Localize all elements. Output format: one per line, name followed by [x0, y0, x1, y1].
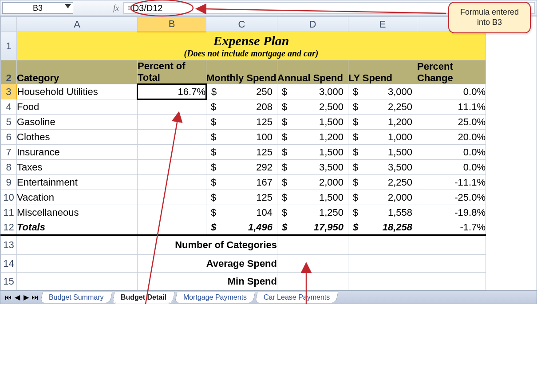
label-num-categories[interactable]: Number of Categories [138, 235, 277, 255]
cell-A6[interactable]: Clothes [17, 130, 138, 145]
cell-C4[interactable]: $208 [206, 99, 277, 115]
row-6[interactable]: 6 [1, 130, 17, 145]
cell-A7[interactable]: Insurance [17, 145, 138, 160]
cell-F14[interactable] [417, 255, 486, 273]
cell-F3[interactable]: 0.0% [417, 84, 486, 99]
cell-D11[interactable]: $1,250 [277, 205, 348, 220]
col-A[interactable]: A [17, 17, 138, 32]
row-2[interactable]: 2 [1, 60, 17, 84]
cell-F11[interactable]: -19.8% [417, 205, 486, 220]
cell-D4[interactable]: $2,500 [277, 99, 348, 115]
cell-B5[interactable] [138, 115, 206, 130]
cell-B6[interactable] [138, 130, 206, 145]
label-min-spend[interactable]: Min Spend [138, 273, 277, 290]
cell-E8[interactable]: $3,500 [348, 160, 417, 175]
cell-E9[interactable]: $2,250 [348, 175, 417, 190]
hdr-percent[interactable]: Percent of Total [138, 60, 206, 84]
cell-E3[interactable]: $3,000 [348, 84, 417, 99]
cell-D6[interactable]: $1,200 [277, 130, 348, 145]
row-10[interactable]: 10 [1, 190, 17, 205]
cell-A14[interactable] [17, 255, 138, 273]
row-14[interactable]: 14 [1, 255, 17, 273]
cell-E5[interactable]: $1,200 [348, 115, 417, 130]
cell-A10[interactable]: Vacation [17, 190, 138, 205]
cell-B12[interactable] [138, 220, 206, 235]
row-4[interactable]: 4 [1, 99, 17, 115]
cell-F15[interactable] [417, 273, 486, 290]
tab-mortgage-payments[interactable]: Mortgage Payments [174, 292, 256, 303]
cell-C8[interactable]: $292 [206, 160, 277, 175]
row-5[interactable]: 5 [1, 115, 17, 130]
cell-B8[interactable] [138, 160, 206, 175]
row-1[interactable]: 1 [1, 32, 17, 60]
cell-B7[interactable] [138, 145, 206, 160]
cell-E6[interactable]: $1,000 [348, 130, 417, 145]
cell-E4[interactable]: $2,250 [348, 99, 417, 115]
cell-C6[interactable]: $100 [206, 130, 277, 145]
col-D[interactable]: D [277, 17, 348, 32]
next-sheet-icon[interactable]: ▶ [23, 294, 30, 301]
tab-budget-summary[interactable]: Budget Summary [40, 292, 112, 303]
chevron-down-icon[interactable] [65, 4, 71, 8]
label-avg-spend[interactable]: Average Spend [138, 255, 277, 273]
row-13[interactable]: 13 [1, 235, 17, 255]
cell-B4[interactable] [138, 99, 206, 115]
cell-C7[interactable]: $125 [206, 145, 277, 160]
cell-F7[interactable]: 0.0% [417, 145, 486, 160]
col-C[interactable]: C [206, 17, 277, 32]
hdr-annual[interactable]: Annual Spend [277, 60, 348, 84]
hdr-monthly[interactable]: Monthly Spend [206, 60, 277, 84]
cell-D14[interactable] [277, 255, 348, 273]
hdr-change[interactable]: Percent Change [417, 60, 486, 84]
row-8[interactable]: 8 [1, 160, 17, 175]
cell-E15[interactable] [348, 273, 417, 290]
cell-D15[interactable] [277, 273, 348, 290]
cell-D7[interactable]: $1,500 [277, 145, 348, 160]
cell-A15[interactable] [17, 273, 138, 290]
cell-F9[interactable]: -11.1% [417, 175, 486, 190]
tab-budget-detail[interactable]: Budget Detail [112, 292, 175, 303]
select-all-corner[interactable] [1, 17, 17, 32]
cell-A5[interactable]: Gasoline [17, 115, 138, 130]
last-sheet-icon[interactable]: ⏭ [32, 294, 39, 301]
title-cell[interactable]: Expense Plan (Does not include mortgage … [17, 32, 486, 60]
cell-F6[interactable]: 20.0% [417, 130, 486, 145]
row-9[interactable]: 9 [1, 175, 17, 190]
cell-B10[interactable] [138, 190, 206, 205]
cell-D3[interactable]: $3,000 [277, 84, 348, 99]
cell-D12[interactable]: $17,950 [277, 220, 348, 235]
cell-F8[interactable]: 0.0% [417, 160, 486, 175]
row-3[interactable]: 3 [1, 84, 17, 99]
row-15[interactable]: 15 [1, 273, 17, 290]
cell-C5[interactable]: $125 [206, 115, 277, 130]
cell-C11[interactable]: $104 [206, 205, 277, 220]
prev-sheet-icon[interactable]: ◀ [14, 294, 21, 301]
name-box[interactable]: B3 [2, 2, 73, 14]
cell-F12[interactable]: -1.7% [417, 220, 486, 235]
cell-F13[interactable] [417, 235, 486, 255]
grid[interactable]: A B C D E F 1 Expense Plan (Does not inc… [0, 16, 486, 290]
first-sheet-icon[interactable]: ⏮ [5, 294, 12, 301]
cell-E7[interactable]: $1,500 [348, 145, 417, 160]
cell-A13[interactable] [17, 235, 138, 255]
cell-E11[interactable]: $1,558 [348, 205, 417, 220]
hdr-category[interactable]: Category [17, 60, 138, 84]
row-12[interactable]: 12 [1, 220, 17, 235]
cell-C12[interactable]: $1,496 [206, 220, 277, 235]
cell-D13[interactable] [277, 235, 348, 255]
cell-E12[interactable]: $18,258 [348, 220, 417, 235]
cell-B11[interactable] [138, 205, 206, 220]
row-7[interactable]: 7 [1, 145, 17, 160]
cell-A11[interactable]: Miscellaneous [17, 205, 138, 220]
fx-icon[interactable]: fx [113, 4, 119, 13]
cell-D8[interactable]: $3,500 [277, 160, 348, 175]
cell-C10[interactable]: $125 [206, 190, 277, 205]
col-B[interactable]: B [138, 17, 206, 32]
cell-C9[interactable]: $167 [206, 175, 277, 190]
cell-E14[interactable] [348, 255, 417, 273]
cell-F4[interactable]: 11.1% [417, 99, 486, 115]
row-11[interactable]: 11 [1, 205, 17, 220]
cell-D9[interactable]: $2,000 [277, 175, 348, 190]
cell-B3[interactable]: 16.7% [138, 84, 206, 99]
cell-D5[interactable]: $1,500 [277, 115, 348, 130]
